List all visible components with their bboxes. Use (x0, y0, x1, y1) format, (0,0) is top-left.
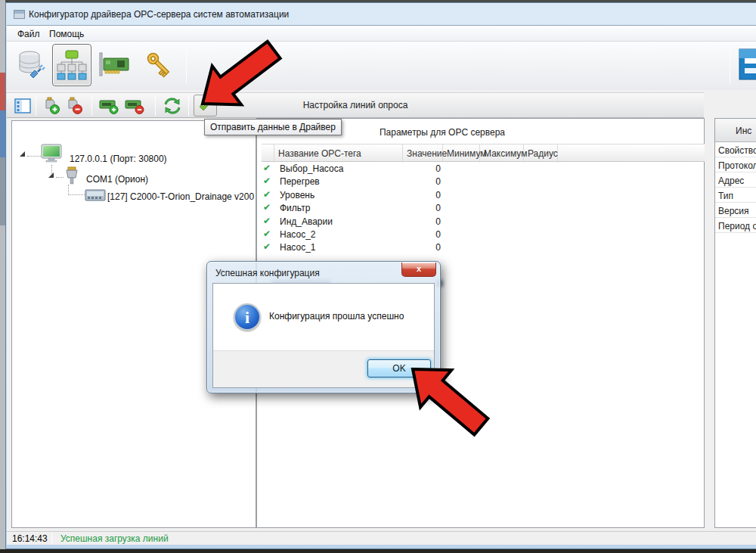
check-icon: ✔ (263, 189, 271, 200)
check-icon: ✔ (263, 202, 271, 213)
key-button[interactable] (140, 44, 179, 86)
panels-icon (14, 98, 31, 113)
database-connect-button[interactable] (11, 44, 51, 86)
dialog-close-button[interactable]: x (401, 263, 436, 277)
tree-node-server[interactable]: 127.0.0.1 (Порт: 30800) (70, 154, 167, 164)
module-remove-icon (125, 97, 144, 115)
send-to-driver-button[interactable] (194, 95, 217, 117)
inspector-row: Версия (715, 203, 756, 218)
pci-card-icon (98, 50, 131, 80)
check-icon: ✔ (263, 228, 271, 239)
refresh-icon (163, 97, 181, 115)
col-max[interactable]: Максимум (480, 144, 524, 163)
export-button[interactable] (739, 48, 756, 81)
remove-connection-button[interactable] (64, 96, 84, 116)
inspector-header: Инс (715, 119, 756, 142)
title-bar[interactable]: Конфигуратор драйвера OPC-сервера систем… (6, 3, 756, 25)
col-value[interactable]: Значение (403, 144, 443, 163)
computer-icon (41, 144, 62, 163)
table-row[interactable]: ✔ Выбор_Насоса 0 (262, 162, 705, 175)
connector-remove-icon (65, 97, 83, 115)
table-header: Название OPC-тега Значение Минимум Макси… (262, 144, 705, 162)
table-row[interactable]: ✔ Перегрев 0 (262, 175, 705, 188)
com-port-icon (64, 166, 80, 185)
table-row[interactable]: ✔ Уровень 0 (262, 188, 705, 201)
inspector-row: Протокол (715, 157, 756, 172)
col-name[interactable]: Название OPC-тега (274, 144, 403, 163)
network-tree-icon (56, 49, 88, 81)
apply-check-icon (197, 98, 214, 113)
info-icon: i (234, 303, 261, 331)
export-icon (739, 48, 756, 81)
table-row[interactable]: ✔ Насос_1 0 (262, 241, 705, 253)
menu-help[interactable]: Помощь (45, 28, 88, 40)
module-add-icon (99, 97, 119, 115)
ok-button[interactable]: OK (367, 359, 431, 377)
panels-button[interactable] (13, 96, 33, 116)
toolbar-separator (186, 46, 187, 84)
inspector-panel: Инс Свойство Протокол Адрес Тип Версия П… (714, 118, 756, 528)
main-toolbar (7, 42, 756, 90)
inspector-row: Адрес (715, 172, 756, 188)
tooltip: Отправить данные в Драйвер (204, 119, 342, 135)
remove-line-button[interactable] (125, 96, 144, 116)
menu-file[interactable]: Файл (13, 28, 45, 40)
database-connect-icon (15, 49, 47, 81)
col-radius[interactable]: Радиус (524, 144, 558, 163)
network-tree-button[interactable] (52, 44, 91, 86)
success-dialog: Успешная конфигурация x i Конфигурация п… (206, 261, 441, 393)
opc-tag-table: Название OPC-тега Значение Минимум Макси… (262, 144, 705, 254)
background-window-edge (0, 0, 5, 553)
check-icon: ✔ (263, 176, 271, 186)
inspector-row: Период опр (715, 218, 756, 233)
status-bar: 16:14:43 Успешная загрузка линий (7, 531, 756, 545)
check-icon: ✔ (263, 216, 271, 226)
table-row[interactable]: ✔ Фильтр 0 (262, 201, 705, 214)
check-icon: ✔ (263, 163, 271, 173)
toolbar-separator (730, 45, 730, 85)
tree-node-com-port[interactable]: COM1 (Орион) (86, 174, 148, 185)
window-title: Конфигуратор драйвера OPC-сервера систем… (29, 9, 289, 20)
add-connection-button[interactable] (42, 96, 61, 116)
pci-card-button[interactable] (94, 44, 134, 86)
table-row[interactable]: ✔ Инд_Аварии 0 (262, 215, 705, 228)
screen-bottom-edge (0, 549, 756, 553)
key-icon (144, 49, 175, 81)
menu-bar: Файл Помощь (7, 26, 756, 42)
lines-header-band: Настройка линий опроса (7, 92, 704, 118)
expand-arrow[interactable] (48, 172, 54, 178)
inspector-row: Свойство (715, 142, 756, 157)
expand-arrow[interactable] (20, 151, 25, 157)
status-message: Успешная загрузка линий (60, 533, 169, 544)
table-row[interactable]: ✔ Насос_2 0 (262, 228, 705, 241)
device-icon (85, 188, 106, 203)
dialog-title: Успешная конфигурация (215, 268, 320, 278)
tree-node-device[interactable]: [127] C2000-T-Orion_Drainage v200 (107, 191, 254, 202)
dialog-message: Конфигурация прошла успешно (269, 311, 404, 322)
add-line-button[interactable] (99, 96, 119, 116)
check-icon: ✔ (263, 241, 271, 252)
inspector-row: Тип (715, 188, 756, 203)
status-time: 16:14:43 (12, 533, 48, 544)
col-min[interactable]: Минимум (443, 144, 480, 163)
app-icon (14, 10, 25, 19)
connector-add-icon (42, 97, 60, 115)
refresh-button[interactable] (163, 96, 182, 116)
